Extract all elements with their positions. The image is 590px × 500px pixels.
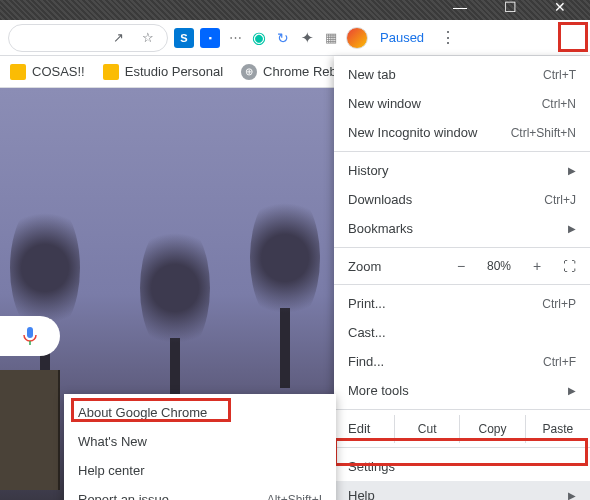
chevron-right-icon: ▶ [568,490,576,500]
shortcut: Ctrl+J [544,193,576,207]
extension-icon-2[interactable]: ▦ [322,29,340,47]
menu-label: Print... [348,296,386,311]
menu-find[interactable]: Find...Ctrl+F [334,347,590,376]
svg-rect-0 [27,327,33,338]
bookmark-item[interactable]: Estudio Personal [103,64,223,80]
extension-meet-icon[interactable]: ▪ [200,28,220,48]
omnibox[interactable]: ↗ ☆ [8,24,168,52]
zoom-in-button[interactable]: + [525,258,549,274]
extension-skype-icon[interactable]: S [174,28,194,48]
cut-button[interactable]: Cut [394,415,459,443]
extension-icon[interactable]: ⋯ [226,29,244,47]
menu-label: Zoom [348,259,441,274]
toolbar: ↗ ☆ S ▪ ⋯ ◉ ↻ ✦ ▦ Paused ⋮ [0,20,590,56]
menu-label: Settings [348,459,395,474]
menu-label: Find... [348,354,384,369]
shortcut: Alt+Shift+I [267,493,322,501]
menu-print[interactable]: Print...Ctrl+P [334,289,590,318]
shortcut: Ctrl+T [543,68,576,82]
minimize-button[interactable]: — [446,0,474,17]
menu-label: Bookmarks [348,221,413,236]
menu-label: Cast... [348,325,386,340]
menu-edit-row: Edit Cut Copy Paste [334,414,590,443]
menu-label: About Google Chrome [78,405,207,420]
menu-label: Edit [334,414,394,443]
chevron-right-icon: ▶ [568,165,576,176]
bookmark-star-icon[interactable]: ☆ [139,29,157,47]
zoom-value: 80% [481,259,517,273]
bookmark-label: Estudio Personal [125,64,223,79]
profile-avatar[interactable] [346,27,368,49]
menu-downloads[interactable]: DownloadsCtrl+J [334,185,590,214]
menu-label: Help [348,488,375,500]
bookmark-item[interactable]: COSAS!! [10,64,85,80]
shortcut: Ctrl+F [543,355,576,369]
submenu-report-issue[interactable]: Report an issue...Alt+Shift+I [64,485,336,500]
copy-button[interactable]: Copy [459,415,524,443]
menu-label: Downloads [348,192,412,207]
menu-bookmarks[interactable]: Bookmarks▶ [334,214,590,243]
menu-label: New window [348,96,421,111]
menu-label: What's New [78,434,147,449]
menu-settings[interactable]: Settings [334,452,590,481]
menu-label: More tools [348,383,409,398]
chrome-menu-button[interactable]: ⋮ [436,26,460,50]
separator [334,247,590,248]
help-submenu: About Google Chrome What's New Help cent… [64,394,336,500]
submenu-about-chrome[interactable]: About Google Chrome [64,398,336,427]
close-button[interactable]: ✕ [546,0,574,17]
chevron-right-icon: ▶ [568,385,576,396]
extension-refresh-icon[interactable]: ↻ [274,29,292,47]
titlebar: — ☐ ✕ [0,0,590,20]
separator [334,151,590,152]
menu-new-window[interactable]: New windowCtrl+N [334,89,590,118]
menu-history[interactable]: History▶ [334,156,590,185]
sync-paused-label[interactable]: Paused [374,30,430,45]
submenu-help-center[interactable]: Help center [64,456,336,485]
bookmark-label: COSAS!! [32,64,85,79]
menu-label: New Incognito window [348,125,477,140]
fullscreen-icon[interactable]: ⛶ [557,259,576,274]
chevron-right-icon: ▶ [568,223,576,234]
menu-incognito[interactable]: New Incognito windowCtrl+Shift+N [334,118,590,147]
chrome-menu: New tabCtrl+T New windowCtrl+N New Incog… [334,56,590,500]
menu-more-tools[interactable]: More tools▶ [334,376,590,405]
menu-label: New tab [348,67,396,82]
share-icon[interactable]: ↗ [109,29,127,47]
shortcut: Ctrl+P [542,297,576,311]
menu-label: History [348,163,388,178]
menu-label: Report an issue... [78,492,180,500]
separator [334,284,590,285]
maximize-button[interactable]: ☐ [496,0,524,17]
menu-cast[interactable]: Cast... [334,318,590,347]
menu-zoom: Zoom − 80% + ⛶ [334,252,590,280]
extensions-icon[interactable]: ✦ [298,29,316,47]
paste-button[interactable]: Paste [525,415,590,443]
menu-help[interactable]: Help▶ [334,481,590,500]
shortcut: Ctrl+Shift+N [511,126,576,140]
zoom-out-button[interactable]: − [449,258,473,274]
separator [334,447,590,448]
mic-icon [22,326,38,346]
submenu-whats-new[interactable]: What's New [64,427,336,456]
voice-search-button[interactable] [0,316,60,356]
shortcut: Ctrl+N [542,97,576,111]
extension-grammarly-icon[interactable]: ◉ [250,29,268,47]
menu-new-tab[interactable]: New tabCtrl+T [334,60,590,89]
menu-label: Help center [78,463,144,478]
separator [334,409,590,410]
